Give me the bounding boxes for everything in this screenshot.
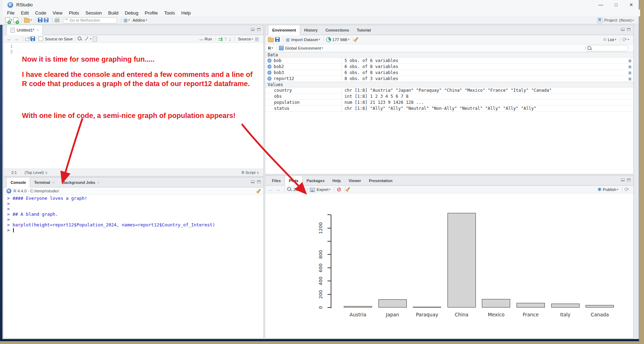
environment-search-input[interactable]	[585, 45, 628, 51]
env-row-obs[interactable]: obsint [1:8] 1 2 3 4 5 6 7 8	[265, 94, 633, 100]
tab-packages[interactable]: Packages	[303, 176, 329, 185]
menu-item-code[interactable]: Code	[32, 10, 49, 16]
back-button[interactable]: ←	[6, 36, 12, 42]
clear-all-plots-button[interactable]	[347, 187, 351, 192]
refresh-plot-button[interactable]: ⟳	[625, 186, 629, 193]
scope-selector[interactable]: (Top Level)⇅	[24, 170, 47, 175]
menu-item-plots[interactable]: Plots	[65, 10, 82, 16]
env-row-population[interactable]: populationnum [1:8] 21 123 9 1426 128 ..…	[265, 100, 633, 106]
expand-icon[interactable]: ▸	[267, 77, 272, 81]
refresh-environment-button[interactable]: ⟳▾	[622, 36, 629, 43]
menu-item-build[interactable]: Build	[105, 10, 122, 16]
find-replace-button[interactable]	[77, 36, 82, 41]
zoom-plot-button[interactable]: Zoom	[287, 187, 304, 192]
expand-icon[interactable]: ▸	[267, 58, 272, 63]
menu-item-help[interactable]: Help	[178, 10, 194, 16]
tab-presentation[interactable]: Presentation	[365, 176, 397, 185]
pane-minimize-icon[interactable]	[251, 180, 255, 183]
pane-maximize-icon[interactable]	[627, 28, 631, 31]
popout-button[interactable]	[25, 37, 29, 41]
tab-tutorial[interactable]: Tutorial	[353, 25, 375, 35]
tab-history[interactable]: History	[300, 25, 321, 35]
addins-button[interactable]: Addins▾	[131, 18, 147, 22]
close-icon[interactable]: ×	[52, 180, 54, 185]
clear-environment-button[interactable]	[355, 37, 359, 42]
minimize-button[interactable]: —	[594, 0, 607, 10]
menu-item-profile[interactable]: Profile	[142, 10, 161, 16]
pane-minimize-icon[interactable]	[621, 28, 625, 31]
close-tab-icon[interactable]: ×	[36, 28, 39, 32]
document-outline-button[interactable]: ≣	[255, 36, 259, 43]
clear-console-icon[interactable]	[258, 189, 261, 192]
publish-button[interactable]: Publish▾	[598, 187, 619, 192]
env-row-report12[interactable]: ▸report128 obs. of 3 variables▦	[265, 76, 633, 82]
new-file-button[interactable]: ▾	[5, 17, 12, 23]
tab-help[interactable]: Help	[329, 176, 345, 185]
save-button[interactable]	[38, 18, 42, 22]
env-row-bob[interactable]: ▸bob5 obs. of 6 variables▦	[265, 58, 633, 64]
tab-untitled1[interactable]: Untitled1* ×	[6, 25, 43, 35]
tab-console[interactable]: Console	[6, 177, 30, 187]
pane-maximize-icon[interactable]	[257, 180, 261, 183]
memory-usage-button[interactable]: 177 MiB ▾	[326, 37, 349, 42]
expand-icon[interactable]: ▸	[267, 71, 272, 75]
tab-connections[interactable]: Connections	[321, 25, 353, 35]
pane-maximize-icon[interactable]	[627, 179, 631, 181]
print-button[interactable]	[55, 18, 59, 22]
workspace-panes-button[interactable]: ▦▾	[124, 18, 130, 22]
save-workspace-button[interactable]	[275, 37, 280, 42]
console-output[interactable]: >#### Everyone loves a graph!>>>## A bla…	[4, 194, 263, 338]
expand-icon[interactable]: ▸	[267, 64, 272, 69]
previous-plot-button[interactable]: ←	[268, 186, 274, 193]
save-source-button[interactable]	[30, 36, 35, 41]
go-previous-section-button[interactable]: ↑	[224, 36, 227, 42]
menu-item-view[interactable]: View	[49, 10, 65, 16]
menu-item-tools[interactable]: Tools	[161, 10, 178, 16]
go-next-section-button[interactable]: ↓	[228, 36, 231, 42]
display-mode-button[interactable]: ≡List▾	[603, 36, 616, 43]
tab-terminal[interactable]: Terminal×	[30, 177, 58, 187]
save-all-button[interactable]	[44, 18, 49, 22]
menu-item-session[interactable]: Session	[82, 10, 105, 16]
load-workspace-button[interactable]	[268, 37, 274, 42]
language-selector[interactable]: R▾	[268, 46, 273, 50]
tab-environment[interactable]: Environment	[268, 25, 300, 35]
project-selector[interactable]: R Project: (None) ▾	[597, 16, 634, 24]
import-dataset-button[interactable]: ▦ Import Dataset ▾	[286, 38, 320, 42]
menu-item-edit[interactable]: Edit	[18, 10, 32, 16]
rerun-button[interactable]: ⇉	[218, 36, 223, 43]
close-button[interactable]: ✕	[625, 0, 638, 10]
env-row-country[interactable]: countrychr [1:8] "Austria" "Japan" "Para…	[265, 88, 633, 94]
view-table-icon[interactable]: ▦	[626, 58, 633, 63]
open-file-button[interactable]: ▾	[24, 18, 32, 23]
next-plot-button[interactable]: →	[275, 186, 281, 193]
maximize-button[interactable]: □	[610, 0, 622, 10]
source-button[interactable]: Source▾	[237, 37, 253, 41]
pane-maximize-icon[interactable]	[257, 28, 261, 31]
view-table-icon[interactable]: ▦	[626, 71, 633, 75]
close-icon[interactable]: ×	[97, 180, 99, 185]
code-tools-button[interactable]: ▾	[84, 36, 91, 41]
environment-selector[interactable]: Global Environment ▾	[279, 46, 323, 50]
tab-files[interactable]: Files	[268, 176, 285, 185]
menu-item-file[interactable]: File	[4, 10, 18, 16]
view-table-icon[interactable]: ▦	[626, 64, 633, 69]
tab-background-jobs[interactable]: Background Jobs×	[58, 177, 103, 187]
source-on-save-checkbox[interactable]	[39, 36, 43, 41]
pane-minimize-icon[interactable]	[251, 28, 255, 31]
menu-item-debug[interactable]: Debug	[121, 10, 141, 16]
export-plot-button[interactable]: Export▾	[310, 187, 330, 192]
tab-plots[interactable]: Plots	[285, 175, 303, 186]
tab-viewer[interactable]: Viewer	[345, 176, 365, 185]
view-table-icon[interactable]: ▦	[626, 77, 633, 81]
run-button[interactable]: →Run	[198, 36, 212, 42]
file-type-selector[interactable]: R Script⇅	[241, 170, 259, 175]
env-row-bob2[interactable]: ▸bob26 obs. of 8 variables▦	[265, 64, 633, 70]
env-row-bob3[interactable]: ▸bob36 obs. of 8 variables▦	[265, 70, 633, 76]
remove-plot-button[interactable]: ⊘	[337, 186, 341, 193]
env-row-status[interactable]: statuschr [1:8] "Ally" "Ally" "Neutral" …	[265, 106, 633, 112]
pane-minimize-icon[interactable]	[621, 179, 625, 181]
new-project-button[interactable]	[13, 17, 18, 23]
goto-file-input[interactable]	[63, 17, 117, 23]
forward-button[interactable]: →	[13, 36, 19, 42]
